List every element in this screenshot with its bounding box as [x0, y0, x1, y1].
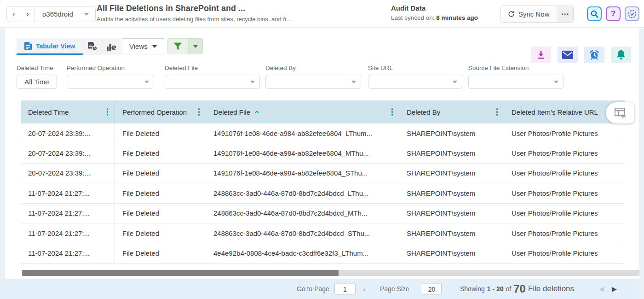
audit-table: Deleted Time Performed Operation Deleted… — [21, 100, 625, 267]
table-settings-icon — [614, 107, 627, 119]
next-page-button[interactable]: ▶ — [612, 285, 617, 293]
table-row[interactable]: 11-07-2024 21:27:... File Deleted 248863… — [21, 183, 625, 203]
column-header-deleted-file[interactable]: Deleted File — [206, 100, 399, 123]
cell-deleted-by: SHAREPOINT\system — [399, 143, 504, 163]
cell-relative-url: User Photos/Profile Pictures — [504, 123, 625, 143]
table-row[interactable]: 20-07-2024 23:39:... File Deleted 149107… — [21, 143, 625, 163]
column-menu-icon[interactable] — [494, 106, 500, 117]
sync-now-button[interactable]: Sync Now — [501, 6, 557, 22]
cell-performed-operation: File Deleted — [115, 204, 206, 223]
cell-deleted-time: 20-07-2024 23:39:... — [21, 164, 115, 183]
page-size-input[interactable] — [422, 283, 442, 295]
performed-operation-select[interactable] — [67, 75, 154, 89]
views-label: Views — [129, 42, 148, 50]
filter-deleted-by: Deleted By — [265, 64, 361, 89]
schedule-button[interactable] — [584, 47, 604, 63]
refresh-icon — [508, 11, 515, 18]
column-header-deleted-time[interactable]: Deleted Time — [21, 100, 115, 123]
document-icon — [24, 42, 32, 50]
tab-chart-view[interactable] — [102, 38, 121, 55]
total-count: 70 — [513, 282, 526, 295]
sync-button-group: Sync Now ⋯ — [500, 6, 574, 23]
tab-tabular-view[interactable]: Tabular View — [17, 38, 83, 55]
cell-deleted-file: 248863cc-3ad0-446a-87d0-8bd7c2d4bdcd_LTh… — [206, 183, 399, 203]
help-button[interactable]: ? — [606, 6, 621, 21]
funnel-icon — [173, 42, 182, 50]
column-header-performed-operation[interactable]: Performed Operation — [115, 100, 206, 123]
filter-label: Deleted File — [165, 64, 260, 71]
filter-label: Deleted By — [265, 64, 361, 71]
table-row[interactable]: 11-07-2024 21:27:... File Deleted 248863… — [21, 204, 625, 223]
table-row[interactable]: 20-07-2024 23:39:... File Deleted 149107… — [21, 164, 625, 183]
audit-data-block: Audit Data Last synced on: 8 minutes ago — [391, 4, 478, 21]
filter-dropdown-button[interactable] — [188, 39, 202, 54]
download-icon — [537, 50, 545, 59]
global-search-button[interactable] — [587, 6, 602, 21]
cell-performed-operation: File Deleted — [115, 164, 206, 183]
alerts-button[interactable] — [611, 47, 631, 63]
report-nav-group: ‹ › o365droid — [6, 6, 96, 22]
chevron-down-icon — [152, 45, 157, 48]
deleted-by-select[interactable] — [265, 75, 361, 89]
previous-page-button[interactable]: ◀ — [599, 285, 604, 293]
table-row[interactable]: 20-07-2024 23:39:... File Deleted 149107… — [21, 123, 625, 143]
cell-deleted-time: 11-07-2024 21:27:... — [21, 243, 115, 263]
export-download-button[interactable] — [531, 47, 551, 63]
cell-deleted-file: 248863cc-3ad0-446a-87d0-8bd7c2d4bdcd_STh… — [206, 223, 399, 243]
check-circle-icon — [627, 9, 637, 19]
cell-deleted-file: 248863cc-3ad0-446a-87d0-8bd7c2d4bdcd_MTh… — [206, 204, 399, 223]
chevron-right-icon: › — [26, 10, 29, 19]
cell-performed-operation: File Deleted — [115, 223, 206, 243]
source-file-extension-select[interactable] — [468, 75, 564, 89]
last-synced-text: Last synced on: 8 minutes ago — [391, 14, 478, 21]
tenant-name: o365droid — [42, 10, 73, 18]
page-title: All File Deletions in SharePoint and ... — [97, 4, 245, 13]
cell-deleted-time: 20-07-2024 23:39:... — [21, 143, 115, 163]
back-button[interactable]: ‹ — [7, 6, 21, 22]
cell-relative-url: User Photos/Profile Pictures — [504, 243, 625, 263]
cell-performed-operation: File Deleted — [115, 183, 206, 203]
views-dropdown[interactable]: Views — [122, 38, 164, 54]
table-row[interactable]: 11-07-2024 21:27:... File Deleted 4e4e92… — [21, 243, 625, 263]
tab-label: Tabular View — [36, 42, 75, 50]
filter-button[interactable] — [167, 39, 188, 54]
page-subtitle: Audits the activities of users deleting … — [97, 16, 291, 23]
filter-performed-operation: Performed Operation — [67, 64, 154, 89]
filter-label: Deleted Time — [17, 64, 57, 71]
horizontal-scrollbar-track[interactable] — [22, 270, 639, 276]
sync-more-button[interactable]: ⋯ — [557, 6, 573, 22]
site-url-select[interactable] — [368, 75, 462, 89]
email-report-button[interactable] — [558, 47, 578, 63]
bell-icon — [616, 50, 626, 60]
forward-button[interactable]: › — [21, 6, 34, 22]
page-number-input[interactable] — [334, 283, 356, 295]
filter-source-file-extension: Source File Extension — [468, 64, 564, 89]
cell-relative-url: User Photos/Profile Pictures — [504, 223, 625, 243]
sync-now-label: Sync Now — [518, 10, 550, 18]
page-size-label: Page Size — [380, 285, 409, 293]
tab-report-view[interactable] — [83, 38, 102, 55]
task-status-button[interactable] — [625, 6, 639, 21]
horizontal-scrollbar-thumb[interactable] — [22, 270, 339, 276]
cell-deleted-by: SHAREPOINT\system — [399, 243, 504, 263]
deleted-file-select[interactable] — [165, 75, 260, 89]
question-mark-icon: ? — [611, 9, 615, 18]
chevron-down-icon — [351, 81, 356, 83]
chevron-down-icon — [250, 81, 255, 83]
table-row[interactable]: 11-07-2024 21:27:... File Deleted 248863… — [21, 223, 625, 243]
column-menu-icon[interactable] — [196, 106, 202, 117]
ellipsis-icon: ⋯ — [561, 9, 569, 19]
tenant-dropdown[interactable]: o365droid — [34, 6, 95, 22]
deleted-time-filter-button[interactable]: All Time — [17, 75, 57, 89]
filter-deleted-time: Deleted Time All Time — [17, 64, 57, 89]
column-header-deleted-by[interactable]: Deleted By — [399, 100, 504, 123]
vertical-scrollbar[interactable] — [639, 29, 644, 299]
chart-pie-icon — [107, 42, 117, 51]
go-arrow-icon[interactable]: ← — [362, 284, 370, 293]
column-menu-icon[interactable] — [390, 106, 395, 117]
column-menu-icon[interactable] — [105, 106, 110, 117]
cell-relative-url: User Photos/Profile Pictures — [504, 164, 625, 183]
pagination-footer: Go to Page ← Page Size Showing 1 - 20 of… — [0, 279, 644, 299]
chevron-down-icon — [554, 81, 558, 83]
column-settings-button[interactable] — [606, 102, 634, 123]
